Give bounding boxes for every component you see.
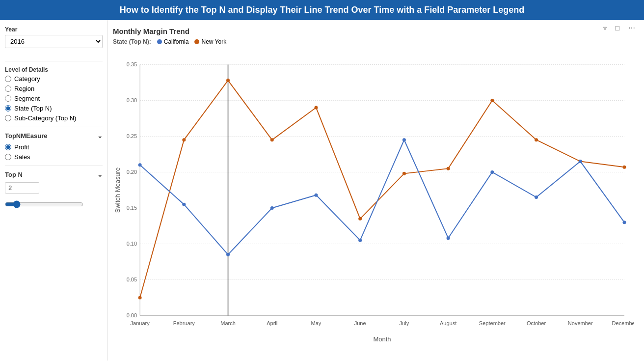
svg-text:0.05: 0.05 (127, 277, 137, 282)
svg-text:March: March (220, 320, 236, 326)
svg-point-46 (182, 203, 186, 206)
legend-prefix: State (Top N): (113, 38, 151, 45)
lod-state-topn[interactable]: State (Top N) (5, 105, 103, 112)
svg-text:Switch Measure: Switch Measure (114, 167, 121, 213)
svg-text:0.10: 0.10 (127, 241, 137, 247)
california-dot (157, 39, 162, 44)
legend-california: California (157, 38, 189, 45)
svg-point-47 (226, 253, 230, 256)
topn-input[interactable]: 2 (5, 182, 39, 194)
svg-point-36 (270, 138, 274, 141)
svg-text:Month: Month (373, 335, 391, 343)
topnmeasure-radio-group: Profit Sales (5, 143, 103, 161)
svg-text:0.35: 0.35 (127, 61, 137, 67)
svg-text:October: October (527, 320, 546, 326)
measure-profit[interactable]: Profit (5, 143, 103, 151)
lod-category[interactable]: Category (5, 75, 103, 83)
chart-wrapper: 0.000.050.100.150.200.250.300.35JanuaryF… (113, 49, 634, 356)
measure-sales[interactable]: Sales (5, 153, 103, 161)
chart-area: ▿ □ ⋯ Monthly Margin Trend State (Top N)… (108, 20, 644, 361)
chart-icons: ▿ □ ⋯ (601, 23, 637, 33)
svg-text:February: February (173, 320, 195, 326)
svg-point-48 (270, 206, 274, 210)
lod-label: Level of Details (5, 66, 103, 73)
svg-point-45 (138, 163, 142, 167)
topn-chevron-icon: ⌄ (97, 171, 103, 178)
svg-text:0.25: 0.25 (127, 133, 137, 139)
svg-point-42 (535, 138, 538, 141)
svg-text:0.20: 0.20 (127, 169, 137, 175)
svg-point-49 (314, 194, 318, 197)
svg-text:January: January (131, 320, 150, 326)
svg-point-34 (182, 138, 186, 141)
header-title: How to Identify the Top N and Display Th… (120, 5, 524, 15)
expand-icon[interactable]: □ (614, 23, 621, 33)
svg-point-37 (314, 106, 318, 110)
svg-point-35 (226, 79, 230, 82)
svg-point-40 (447, 167, 450, 170)
svg-text:August: August (440, 320, 456, 326)
topn-slider[interactable] (5, 200, 83, 208)
svg-text:September: September (479, 320, 506, 326)
topnmeasure-label: TopNMEasure (5, 132, 47, 139)
svg-point-51 (402, 138, 406, 141)
lod-region[interactable]: Region (5, 85, 103, 92)
svg-point-44 (622, 166, 626, 169)
year-dropdown[interactable]: 2016 2015 2017 2018 (5, 35, 103, 48)
main-chart-svg: 0.000.050.100.150.200.250.300.35JanuaryF… (113, 49, 634, 356)
lod-subcategory-topn[interactable]: Sub-Category (Top N) (5, 114, 103, 122)
svg-text:May: May (311, 320, 322, 326)
topnmeasure-chevron-icon: ⌄ (97, 132, 103, 139)
topnmeasure-collapsible[interactable]: TopNMEasure ⌄ (5, 132, 103, 139)
lod-segment[interactable]: Segment (5, 95, 103, 102)
topn-slider-container (5, 200, 103, 210)
svg-point-41 (490, 99, 494, 102)
filter-icon[interactable]: ▿ (601, 23, 609, 33)
svg-text:July: July (400, 320, 409, 326)
svg-point-50 (358, 239, 362, 242)
year-label: Year (5, 26, 103, 33)
svg-text:April: April (267, 320, 277, 326)
svg-point-38 (358, 217, 362, 221)
svg-point-52 (447, 236, 450, 240)
newyork-label: New York (201, 38, 226, 45)
svg-point-55 (579, 160, 582, 163)
svg-text:November: November (568, 320, 593, 326)
california-label: California (164, 38, 189, 45)
svg-point-54 (535, 195, 538, 199)
topn-collapsible[interactable]: Top N ⌄ (5, 171, 103, 178)
sidebar: Year 2016 2015 2017 2018 Level of Detail… (0, 20, 108, 361)
svg-text:0.00: 0.00 (127, 312, 137, 318)
svg-point-56 (622, 221, 626, 224)
svg-point-53 (490, 170, 494, 174)
svg-text:December: December (612, 320, 634, 326)
chart-title: Monthly Margin Trend (113, 27, 634, 35)
svg-text:0.15: 0.15 (127, 205, 137, 211)
legend-newyork: New York (194, 38, 226, 45)
more-icon[interactable]: ⋯ (626, 23, 637, 33)
svg-text:June: June (354, 320, 366, 326)
svg-point-39 (402, 172, 406, 175)
header: How to Identify the Top N and Display Th… (0, 0, 644, 20)
newyork-dot (194, 39, 199, 44)
svg-text:0.30: 0.30 (127, 97, 137, 103)
lod-radio-group: Category Region Segment State (Top N) Su… (5, 75, 103, 122)
svg-point-33 (138, 296, 142, 299)
chart-legend: State (Top N): California New York (113, 38, 634, 45)
topn-label: Top N (5, 171, 23, 178)
